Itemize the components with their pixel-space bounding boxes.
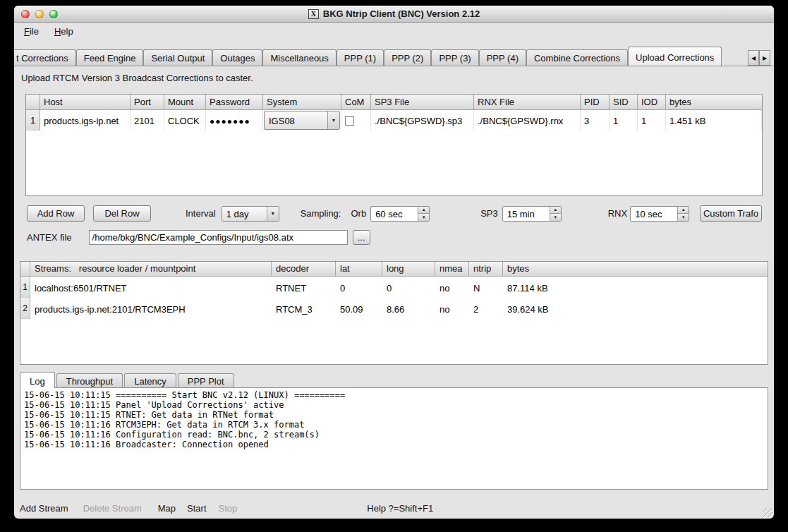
bytes-cell: 87.114 kB: [503, 277, 768, 298]
port-cell[interactable]: 2101: [131, 110, 164, 131]
rnx-sampling-spinbox[interactable]: 10 sec ▲ ▼: [630, 206, 689, 222]
spin-down-button[interactable]: ▼: [678, 214, 689, 221]
del-row-button[interactable]: Del Row: [93, 205, 151, 222]
host-cell[interactable]: products.igs-ip.net: [40, 110, 131, 131]
zoom-button[interactable]: [49, 10, 58, 18]
mountpoint-cell: products.igs-ip.net:2101/RTCM3EPH: [30, 298, 272, 319]
titlebar[interactable]: X BKG Ntrip Client (BNC) Version 2.12: [14, 6, 774, 23]
interval-value: 1 day: [222, 207, 267, 221]
tab-ppp-plot[interactable]: PPP Plot: [178, 373, 234, 387]
map-button[interactable]: Map: [158, 503, 176, 514]
tab-log[interactable]: Log: [20, 372, 55, 388]
spin-down-button[interactable]: ▼: [550, 214, 561, 221]
tab-serial-output[interactable]: Serial Output: [143, 49, 212, 66]
decoder-cell: RTCM_3: [272, 298, 336, 319]
close-button[interactable]: [21, 10, 30, 18]
password-cell[interactable]: ●●●●●●●: [206, 110, 263, 131]
tab-ppp-4[interactable]: PPP (4): [479, 49, 526, 66]
mount-cell[interactable]: CLOCK: [164, 110, 206, 131]
sp3-label: SP3: [480, 208, 498, 219]
iod-cell[interactable]: 1: [638, 110, 666, 131]
ntrip-cell: 2: [469, 298, 503, 319]
system-value: IGS08: [265, 111, 327, 129]
stop-button: Stop: [219, 503, 238, 514]
menu-help[interactable]: Help: [50, 25, 78, 38]
sp3-file-cell[interactable]: ./BNC${GPSWD}.sp3: [371, 110, 474, 131]
add-stream-button[interactable]: Add Stream: [20, 503, 68, 514]
tab-outages[interactable]: Outages: [212, 49, 262, 66]
log-line: 15-06-15 10:11:16 RTCM3EPH: Get data in …: [24, 420, 764, 430]
start-button[interactable]: Start: [187, 503, 206, 514]
rnx-sampling-value: 10 sec: [631, 207, 677, 221]
tab-broadcast-corrections[interactable]: t Corrections: [14, 49, 76, 66]
stream-row[interactable]: 2 products.igs-ip.net:2101/RTCM3EPH RTCM…: [20, 298, 768, 319]
tab-combine-corrections[interactable]: Combine Corrections: [526, 49, 628, 66]
minimize-button[interactable]: [35, 10, 44, 18]
corner-header: [26, 95, 40, 110]
interval-combobox[interactable]: 1 day ▼: [222, 206, 279, 222]
spin-up-button[interactable]: ▲: [678, 207, 689, 214]
corner-header: [20, 262, 30, 277]
tab-feed-engine[interactable]: Feed Engine: [76, 49, 144, 66]
spin-up-button[interactable]: ▲: [550, 207, 561, 214]
upload-controls: Add Row Del Row Interval 1 day ▼ Samplin…: [14, 205, 774, 222]
column-header-password: Password: [206, 95, 263, 110]
tab-ppp-2[interactable]: PPP (2): [384, 49, 431, 66]
bottom-bar: Add Stream Delete Stream Map Start Stop …: [20, 500, 768, 516]
bnc-window: X BKG Ntrip Client (BNC) Version 2.12 Fi…: [14, 6, 774, 519]
system-combobox[interactable]: IGS08 ▼: [264, 111, 340, 130]
streams-table-header: Streams: resource loader / mountpoint de…: [20, 262, 768, 277]
row-number: 1: [26, 110, 40, 131]
streams-table: Streams: resource loader / mountpoint de…: [20, 261, 768, 365]
tab-scroll-right-button[interactable]: ▶: [759, 50, 770, 66]
delete-stream-button: Delete Stream: [83, 503, 142, 514]
nmea-cell: no: [435, 298, 469, 319]
orb-label: Orb: [351, 208, 366, 219]
column-header-host: Host: [40, 95, 131, 110]
lat-cell: 50.09: [336, 298, 382, 319]
column-header-sp3-file: SP3 File: [371, 95, 474, 110]
column-header-bytes: bytes: [666, 95, 762, 110]
column-header-mount: Mount: [164, 95, 206, 110]
pid-cell[interactable]: 3: [581, 110, 610, 131]
add-row-button[interactable]: Add Row: [27, 205, 85, 222]
tab-ppp-1[interactable]: PPP (1): [337, 49, 384, 66]
column-header-lat: lat: [336, 262, 382, 277]
log-line: 15-06-15 10:11:16 Broadcaster: Connectio…: [24, 440, 764, 449]
tab-throughput[interactable]: Throughput: [56, 373, 123, 387]
tab-latency[interactable]: Latency: [124, 373, 176, 387]
rnx-file-cell[interactable]: ./BNC${GPSWD}.rnx: [474, 110, 581, 131]
tab-ppp-3[interactable]: PPP (3): [431, 49, 478, 66]
x11-app-icon: X: [308, 9, 319, 19]
antex-file-input[interactable]: [89, 230, 348, 245]
log-line: 15-06-15 10:11:15 RTNET: Get data in RTN…: [24, 410, 764, 420]
sp3-sampling-spinbox[interactable]: 15 min ▲ ▼: [502, 206, 562, 222]
spin-up-button[interactable]: ▲: [418, 207, 429, 214]
com-checkbox[interactable]: [345, 116, 354, 126]
upload-table-empty-area: [26, 131, 762, 195]
chevron-down-icon: ▼: [327, 111, 339, 129]
com-cell: [341, 110, 371, 131]
tab-miscellaneous[interactable]: Miscellaneous: [262, 49, 336, 66]
menu-file[interactable]: File: [20, 25, 43, 38]
row-number: 1: [20, 277, 30, 298]
browse-button[interactable]: ...: [353, 230, 370, 245]
column-header-pid: PID: [581, 95, 610, 110]
tab-scroll-left-button[interactable]: ◀: [748, 50, 759, 66]
log-output: 15-06-15 10:11:15 ========== Start BNC v…: [20, 387, 768, 490]
spin-down-button[interactable]: ▼: [418, 214, 429, 221]
log-tabbar: Log Throughput Latency PPP Plot: [20, 372, 774, 387]
resize-grip[interactable]: [763, 508, 772, 517]
bytes-cell: 1.451 kB: [666, 110, 762, 131]
upload-table: Host Port Mount Password System CoM SP3 …: [25, 94, 763, 196]
sid-cell[interactable]: 1: [610, 110, 638, 131]
stream-row[interactable]: 1 localhost:6501/RTNET RTNET 0 0 no N 87…: [20, 277, 768, 298]
column-header-ntrip: ntrip: [469, 262, 503, 277]
custom-trafo-button[interactable]: Custom Trafo: [700, 205, 762, 222]
system-cell: IGS08 ▼: [263, 110, 341, 131]
orb-sampling-spinbox[interactable]: 60 sec ▲ ▼: [370, 206, 430, 222]
window-title: BKG Ntrip Client (BNC) Version 2.12: [323, 8, 480, 19]
decoder-cell: RTNET: [272, 277, 336, 298]
spin-buttons: ▲ ▼: [550, 207, 561, 221]
tab-upload-corrections[interactable]: Upload Corrections: [628, 47, 722, 66]
